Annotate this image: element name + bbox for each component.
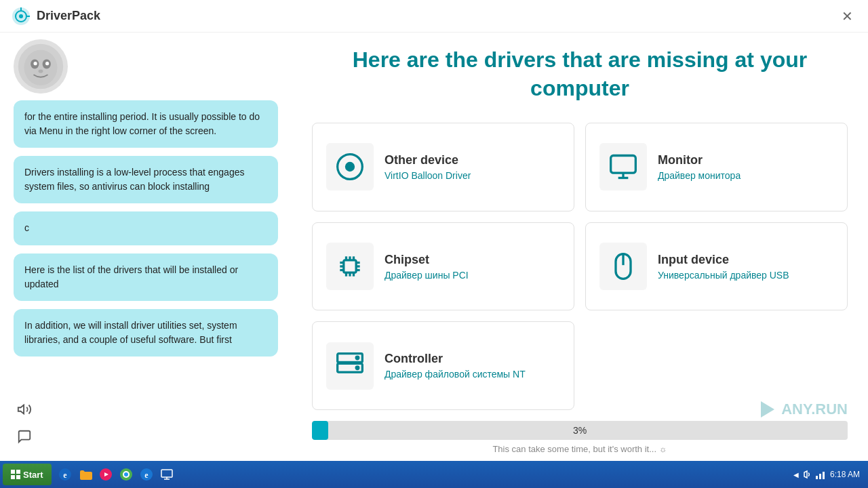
avatar-area (0, 39, 292, 100)
tray-network-icon[interactable] (815, 469, 826, 480)
logo-area: DriverPack (11, 6, 100, 26)
svg-rect-40 (11, 475, 15, 479)
driver-name-input: Input device (658, 253, 789, 267)
driver-info-chipset: Chipset Драйвер шины PCI (384, 253, 469, 281)
taskbar-icon-ie2[interactable]: e (137, 465, 156, 484)
chat-bubble-3: c (14, 211, 278, 245)
chat-bubble-4: Here is the list of the drivers that wil… (14, 253, 278, 301)
drivers-grid: Other device VirtIO Balloon Driver (312, 123, 848, 410)
chrome-icon (119, 468, 133, 481)
driver-name-controller: Controller (384, 352, 526, 366)
chat-bubble-1: for the entire installing period. It is … (14, 100, 278, 148)
svg-rect-51 (161, 470, 172, 477)
svg-point-10 (45, 62, 49, 65)
svg-point-14 (347, 163, 354, 171)
svg-marker-12 (18, 405, 24, 414)
driver-info-controller: Controller Драйвер файловой системы NT (384, 352, 526, 380)
progress-label: 3% (573, 425, 587, 436)
chipset-icon (335, 251, 365, 281)
driver-subname-input: Универсальный драйвер USB (658, 270, 789, 281)
progress-bar-fill (312, 421, 328, 440)
svg-rect-41 (16, 475, 20, 479)
media-player-icon (99, 468, 113, 481)
monitor-icon (608, 152, 638, 182)
svg-point-48 (124, 472, 128, 476)
svg-point-11 (39, 69, 43, 73)
driver-subname-controller: Драйвер файловой системы NT (384, 369, 526, 380)
driver-subname-monitor: Драйвер монитора (658, 170, 741, 181)
svg-point-9 (34, 62, 37, 65)
logo-text: DriverPack (37, 9, 100, 23)
svg-rect-56 (819, 474, 821, 479)
svg-point-6 (24, 50, 58, 86)
svg-text:e: e (63, 470, 67, 480)
system-time: 6:18 AM (830, 470, 860, 479)
windows-icon (11, 470, 20, 479)
left-panel: for the entire installing period. It is … (0, 33, 292, 461)
chat-bubble-5: In addition, we will install driver util… (14, 309, 278, 357)
main-title: Here are the drivers that are missing at… (312, 33, 848, 123)
driver-card-monitor: Monitor Драйвер монитора (585, 123, 848, 211)
tray-expand-icon[interactable]: ◀ (793, 471, 799, 479)
chat-messages: for the entire installing period. It is … (0, 100, 292, 392)
svg-marker-37 (761, 401, 774, 418)
progress-note: This can take some time, but it's worth … (312, 444, 848, 454)
driver-subname-chipset: Драйвер шины PCI (384, 270, 469, 281)
bottom-icons (0, 392, 292, 454)
ie-icon-2: e (140, 468, 153, 481)
top-bar: DriverPack ✕ (0, 0, 868, 33)
app-window: DriverPack ✕ (0, 0, 868, 461)
mouse-icon (608, 251, 638, 281)
driver-card-controller: Controller Драйвер файловой системы NT (312, 321, 574, 410)
taskbar-icon-chrome[interactable] (117, 465, 136, 484)
close-button[interactable]: ✕ (837, 6, 857, 26)
svg-point-36 (356, 367, 359, 369)
svg-rect-15 (611, 156, 636, 174)
taskbar-icon-media[interactable] (96, 465, 115, 484)
svg-marker-54 (804, 471, 807, 478)
logo-icon (11, 6, 31, 26)
avatar (14, 39, 68, 94)
monitor-taskbar-icon (160, 468, 174, 481)
ie-icon: e (58, 468, 72, 481)
svg-rect-38 (11, 470, 15, 474)
start-button[interactable]: Start (3, 464, 52, 485)
anyrun-logo-icon (755, 399, 777, 420)
circle-dot-icon (335, 152, 365, 182)
svg-point-35 (356, 357, 359, 359)
driver-info-other-device: Other device VirtIO Balloon Driver (384, 153, 471, 181)
driver-icon-box-controller (326, 342, 374, 390)
svg-rect-57 (823, 472, 825, 479)
anyrun-text: ANY.RUN (781, 401, 848, 418)
svg-text:e: e (144, 470, 149, 480)
driver-info-input: Input device Универсальный драйвер USB (658, 253, 789, 281)
content-area: for the entire installing period. It is … (0, 33, 868, 461)
folder-icon (79, 468, 92, 481)
driver-subname-other-device: VirtIO Balloon Driver (384, 170, 471, 181)
driver-info-monitor: Monitor Драйвер монитора (658, 153, 741, 181)
system-tray: ◀ 6:18 AM (788, 469, 865, 480)
progress-bar: 3% (312, 421, 848, 440)
tray-volume-icon[interactable] (802, 469, 812, 480)
start-label: Start (23, 470, 43, 480)
driver-name-other-device: Other device (384, 153, 471, 167)
svg-point-2 (19, 14, 23, 18)
driver-name-chipset: Chipset (384, 253, 469, 267)
chat-icon[interactable] (14, 426, 35, 447)
tray-icons: ◀ (793, 469, 826, 480)
volume-icon[interactable] (14, 399, 35, 420)
svg-rect-55 (816, 476, 818, 479)
taskbar-icon-ie[interactable]: e (56, 465, 75, 484)
avatar-image (17, 43, 64, 90)
driver-name-monitor: Monitor (658, 153, 741, 167)
svg-rect-18 (344, 260, 356, 272)
right-panel: Here are the drivers that are missing at… (292, 33, 868, 461)
driver-icon-box-chipset (326, 243, 374, 290)
taskbar-icon-monitor[interactable] (157, 465, 176, 484)
taskbar-icons: e e (56, 465, 176, 484)
chat-bubble-2: Drivers installing is a low-level proces… (14, 156, 278, 203)
driver-icon-box-monitor (599, 143, 647, 190)
taskbar-icon-folder[interactable] (76, 465, 95, 484)
driver-card-input: Input device Универсальный драйвер USB (585, 222, 848, 311)
svg-rect-39 (16, 470, 20, 474)
